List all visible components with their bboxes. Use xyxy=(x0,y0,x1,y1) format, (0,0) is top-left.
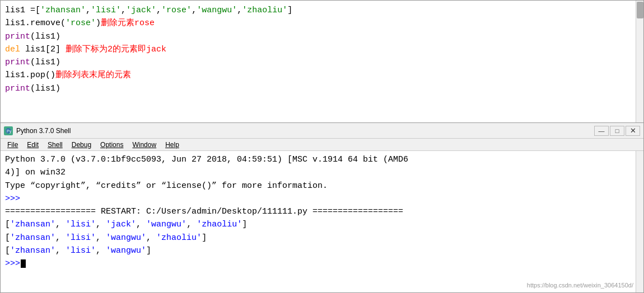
window-controls: — □ ✕ xyxy=(594,126,640,136)
shell-prompt: >>> xyxy=(5,257,20,270)
shell-prompt-line: >>> xyxy=(5,257,639,270)
shell-line: Python 3.7.0 (v3.7.0:1bf9cc5093, Jun 27 … xyxy=(5,153,639,166)
shell-line: >>> xyxy=(5,192,639,205)
cursor xyxy=(21,259,26,268)
minimize-button[interactable]: — xyxy=(594,126,609,136)
menu-item-edit[interactable]: Edit xyxy=(22,140,43,150)
code-line: del lis1[2] 删除下标为2的元素即jack xyxy=(5,43,639,56)
editor-scrollbar[interactable] xyxy=(636,1,643,122)
code-line: print(lis1) xyxy=(5,56,639,69)
menu-item-options[interactable]: Options xyxy=(96,140,128,150)
menu-item-window[interactable]: Window xyxy=(128,140,161,150)
shell-line: ['zhansan', 'lisi', 'jack', 'wangwu', 'z… xyxy=(5,218,639,231)
shell-content: Python 3.7.0 (v3.7.0:1bf9cc5093, Jun 27 … xyxy=(1,151,643,292)
shell-scrollbar[interactable] xyxy=(636,151,643,292)
scrollbar-thumb[interactable] xyxy=(637,2,643,18)
menu-item-file[interactable]: File xyxy=(3,140,22,150)
shell-line: Type “copyright”, “credits” or “license(… xyxy=(5,179,639,192)
svg-text:Py: Py xyxy=(7,129,12,134)
code-line: print(lis1) xyxy=(5,82,639,95)
shell-window: Py Python 3.7.0 Shell — □ ✕ FileEditShel… xyxy=(0,123,644,293)
code-editor: lis1 =['zhansan','lisi','jack','rose','w… xyxy=(0,0,644,123)
close-button[interactable]: ✕ xyxy=(626,126,640,136)
code-line: print(lis1) xyxy=(5,30,639,43)
watermark: https://blog.csdn.net/weixin_3064150d/ xyxy=(527,281,633,290)
shell-line: ['zhansan', 'lisi', 'wangwu'] xyxy=(5,244,639,257)
shell-line: ['zhansan', 'lisi', 'wangwu', 'zhaoliu'] xyxy=(5,231,639,244)
menu-bar: FileEditShellDebugOptionsWindowHelp xyxy=(1,139,643,151)
menu-item-shell[interactable]: Shell xyxy=(43,140,67,150)
title-bar: Py Python 3.7.0 Shell — □ ✕ xyxy=(1,123,643,139)
shell-title: Python 3.7.0 Shell xyxy=(16,127,594,135)
code-line: lis1 =['zhansan','lisi','jack','rose','w… xyxy=(5,4,639,17)
shell-line: 4)] on win32 xyxy=(5,166,639,179)
python-icon: Py xyxy=(4,126,13,135)
menu-item-help[interactable]: Help xyxy=(161,140,184,150)
maximize-button[interactable]: □ xyxy=(610,126,624,136)
menu-item-debug[interactable]: Debug xyxy=(67,140,96,150)
code-line: lis1.remove('rose')删除元素rose xyxy=(5,17,639,30)
code-editor-content: lis1 =['zhansan','lisi','jack','rose','w… xyxy=(1,1,643,98)
code-line: lis1.pop()删除列表末尾的元素 xyxy=(5,69,639,82)
shell-line: ================== RESTART: C:/Users/adm… xyxy=(5,205,639,218)
